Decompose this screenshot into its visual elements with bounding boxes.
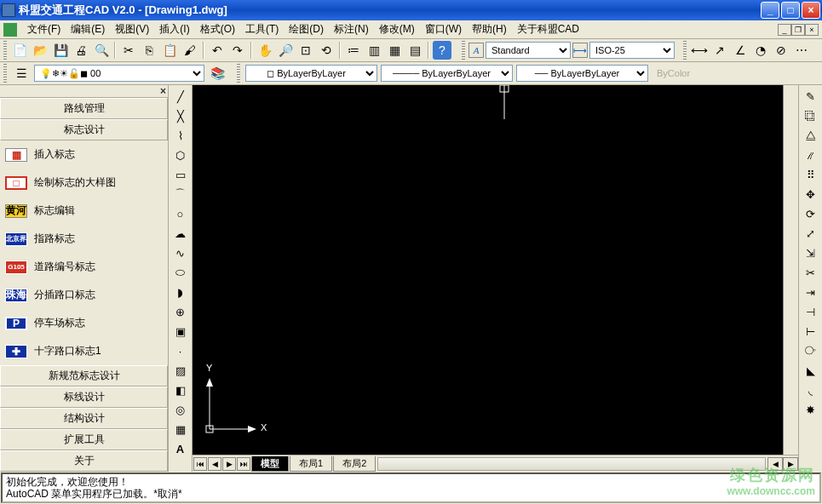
dim-diameter-icon[interactable]: ⊘ [772, 41, 790, 60]
pan-icon[interactable]: ✋ [256, 41, 274, 60]
tab-last-button[interactable]: ⏭ [237, 457, 250, 471]
polygon-icon[interactable]: ⬡ [171, 146, 190, 164]
textstyle-icon[interactable]: A [468, 43, 484, 58]
mdi-minimize-button[interactable]: _ [778, 24, 791, 36]
layer-grip[interactable] [3, 64, 7, 83]
tab-first-button[interactable]: ⏮ [193, 457, 207, 471]
menu-dim[interactable]: 标注(N) [329, 20, 374, 38]
copy-icon[interactable]: ⎘ [140, 41, 158, 60]
sheetset-icon[interactable]: ▤ [405, 41, 424, 60]
trim-icon[interactable]: ✂ [802, 263, 820, 282]
panel-btn-route[interactable]: 路线管理 [0, 98, 168, 119]
insert-icon[interactable]: ⊕ [171, 302, 190, 321]
horizontal-scrollbar[interactable] [377, 457, 766, 471]
style-toolbar-grip[interactable] [462, 41, 465, 60]
properties-icon[interactable]: ≔ [344, 41, 363, 60]
preview-icon[interactable]: 🔍 [92, 41, 111, 60]
extend-icon[interactable]: ⇥ [802, 283, 820, 301]
dim-radius-icon[interactable]: ◔ [751, 41, 770, 60]
panel-btn-about[interactable]: 关于 [0, 450, 168, 472]
menu-format[interactable]: 格式(O) [195, 20, 240, 38]
props-grip[interactable] [237, 64, 240, 83]
lineweight-combo[interactable]: ── ByLayerByLayer [516, 65, 648, 82]
table-icon[interactable]: ▦ [171, 420, 190, 438]
linetype-combo[interactable]: ──── ByLayerByLayer [381, 65, 513, 82]
gradient-icon[interactable]: ◧ [171, 381, 190, 399]
erase-icon[interactable]: ✎ [802, 87, 820, 106]
paste-icon[interactable]: 📋 [160, 41, 179, 60]
stretch-icon[interactable]: ⇲ [802, 243, 820, 262]
menu-help[interactable]: 帮助(H) [467, 20, 512, 38]
panel-close-button[interactable]: × [0, 85, 168, 98]
cut-icon[interactable]: ✂ [119, 41, 138, 60]
help-icon[interactable]: ? [433, 41, 451, 60]
break-icon[interactable]: ⊣ [802, 302, 820, 321]
copy-obj-icon[interactable]: ⿻ [802, 106, 820, 125]
panel-item-3[interactable]: 北京界指路标志 [0, 225, 168, 253]
move-icon[interactable]: ✥ [802, 185, 820, 203]
color-combo[interactable]: ◻ ByLayerByLayer [245, 65, 377, 82]
zoom-realtime-icon[interactable]: 🔎 [276, 41, 295, 60]
tab-next-button[interactable]: ▶ [222, 457, 236, 471]
layer-combo[interactable]: 💡❄☀🔓◼ 00 [34, 65, 204, 82]
region-icon[interactable]: ◎ [171, 400, 190, 419]
mdi-close-button[interactable]: × [805, 24, 819, 36]
menu-window[interactable]: 窗口(W) [420, 20, 467, 38]
menu-tools[interactable]: 工具(T) [240, 20, 284, 38]
hscroll-left-button[interactable]: ◀ [767, 457, 783, 471]
dim-linear-icon[interactable]: ⟷ [690, 41, 709, 60]
hscroll-right-button[interactable]: ▶ [783, 457, 798, 471]
spline-icon[interactable]: ∿ [171, 243, 190, 262]
panel-item-5[interactable]: 珠海分插路口标志 [0, 281, 168, 309]
ellipse-icon[interactable]: ⬭ [171, 263, 190, 282]
scale-icon[interactable]: ⤢ [802, 224, 820, 243]
dimstyle-icon[interactable]: ⟼ [572, 43, 588, 58]
command-line[interactable]: 初始化完成，欢迎您使用！ AutoCAD 菜单实用程序已加载。*取消* [1, 472, 821, 503]
toolbar-grip[interactable] [3, 41, 7, 60]
array-icon[interactable]: ⠿ [802, 165, 820, 184]
close-button[interactable]: × [802, 2, 820, 19]
panel-item-2[interactable]: 黄河标志编辑 [0, 197, 168, 225]
hatch-icon[interactable]: ▨ [171, 361, 190, 380]
panel-btn-sign[interactable]: 标志设计 [0, 119, 168, 140]
menu-about[interactable]: 关于科盟CAD [512, 20, 584, 38]
panel-btn-newspec[interactable]: 新规范标志设计 [0, 365, 168, 387]
menu-draw[interactable]: 绘图(D) [284, 20, 329, 38]
menu-modify[interactable]: 修改(M) [374, 20, 420, 38]
tab-prev-button[interactable]: ◀ [208, 457, 221, 471]
rotate-icon[interactable]: ⟳ [802, 204, 820, 223]
panel-item-6[interactable]: P停车场标志 [0, 309, 168, 337]
menu-file[interactable]: 文件(F) [22, 20, 66, 38]
tab-layout1[interactable]: 布局1 [290, 456, 332, 472]
explode-icon[interactable]: ✸ [802, 400, 820, 419]
tab-layout2[interactable]: 布局2 [333, 456, 376, 472]
mdi-restore-button[interactable]: ❐ [791, 24, 805, 36]
designcenter-icon[interactable]: ▥ [365, 41, 383, 60]
mtext-icon[interactable]: A [171, 439, 190, 458]
toolpalette-icon[interactable]: ▦ [385, 41, 404, 60]
dim-angular-icon[interactable]: ∠ [731, 41, 750, 60]
panel-btn-struct[interactable]: 结构设计 [0, 408, 168, 429]
model-canvas[interactable]: Y X [193, 85, 783, 455]
print-icon[interactable]: 🖨 [72, 41, 90, 60]
panel-item-7[interactable]: ✚十字路口标志1 [0, 337, 168, 365]
revcloud-icon[interactable]: ☁ [171, 224, 190, 243]
block-icon[interactable]: ▣ [171, 322, 190, 341]
point-icon[interactable]: · [171, 341, 190, 360]
circle-icon[interactable]: ○ [171, 204, 190, 223]
menu-view[interactable]: 视图(V) [110, 20, 154, 38]
undo-icon[interactable]: ↶ [208, 41, 227, 60]
ellipsearc-icon[interactable]: ◗ [171, 283, 190, 301]
rect-icon[interactable]: ▭ [171, 165, 190, 184]
vertical-scrollbar[interactable] [783, 85, 798, 455]
menu-insert[interactable]: 插入(I) [154, 20, 194, 38]
line-icon[interactable]: ╱ [171, 87, 190, 106]
zoom-prev-icon[interactable]: ⟲ [317, 41, 336, 60]
redo-icon[interactable]: ↷ [228, 41, 247, 60]
dim-toolbar-grip[interactable] [683, 41, 687, 60]
panel-item-1[interactable]: □绘制标志的大样图 [0, 169, 168, 197]
arc-icon[interactable]: ⌒ [171, 185, 190, 203]
layerprops-icon[interactable]: ☰ [12, 64, 31, 83]
panel-item-4[interactable]: G105道路编号标志 [0, 253, 168, 281]
maximize-button[interactable]: □ [781, 2, 800, 19]
